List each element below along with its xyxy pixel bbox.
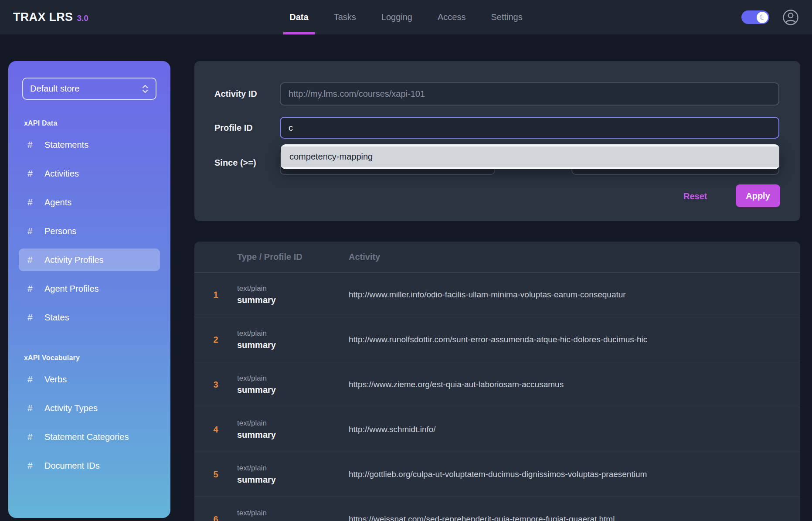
activity-url: http://gottlieb.org/culpa-ut-voluptatem-… bbox=[349, 470, 800, 479]
sidebar-item-states[interactable]: # States bbox=[19, 306, 160, 329]
section-title-xapi-data: xAPI Data bbox=[24, 119, 160, 127]
brand-version: 3.0 bbox=[77, 14, 88, 23]
moon-icon: ☾ bbox=[758, 13, 767, 22]
sidebar-item-document-ids[interactable]: # Document IDs bbox=[19, 454, 160, 477]
tab-logging-label: Logging bbox=[381, 12, 412, 22]
sidebar-item-verbs[interactable]: # Verbs bbox=[19, 368, 160, 391]
row-number: 1 bbox=[194, 290, 237, 300]
table-row[interactable]: 2 text/plain summary http://www.runolfsd… bbox=[194, 317, 800, 362]
table-row[interactable]: 5 text/plain summary http://gottlieb.org… bbox=[194, 452, 800, 497]
activity-id-label: Activity ID bbox=[214, 82, 257, 106]
sidebar-item-label: Statements bbox=[44, 140, 88, 150]
user-avatar-icon[interactable] bbox=[782, 9, 799, 26]
profile-id-autocomplete-dropdown: competency-mapping bbox=[281, 144, 779, 169]
activity-url: http://www.runolfsdottir.com/sunt-error-… bbox=[349, 335, 800, 344]
tab-tasks-label: Tasks bbox=[334, 12, 356, 22]
hash-icon: # bbox=[27, 374, 37, 385]
sidebar-item-statement-categories[interactable]: # Statement Categories bbox=[19, 426, 160, 448]
hash-icon: # bbox=[27, 403, 37, 413]
table-row[interactable]: 4 text/plain summary http://www.schmidt.… bbox=[194, 407, 800, 452]
toggle-knob: ☾ bbox=[757, 12, 768, 23]
active-tab-underline bbox=[283, 32, 315, 34]
app-window: TRAX LRS 3.0 Data Tasks Logging Access S… bbox=[0, 0, 812, 521]
filter-panel: Activity ID Profile ID Since (>=) compet… bbox=[194, 61, 800, 221]
row-number: 5 bbox=[194, 470, 237, 480]
hash-icon: # bbox=[27, 255, 37, 265]
type-profile-cell: text/plain summary bbox=[237, 509, 349, 521]
profile-id-input[interactable] bbox=[280, 117, 779, 139]
row-number: 2 bbox=[194, 335, 237, 345]
profile-id-value: summary bbox=[237, 340, 349, 350]
section-title-xapi-vocabulary: xAPI Vocabulary bbox=[24, 354, 160, 362]
tab-tasks[interactable]: Tasks bbox=[321, 0, 369, 34]
tab-logging[interactable]: Logging bbox=[369, 0, 425, 34]
activity-id-input[interactable] bbox=[280, 82, 779, 106]
store-selector-value: Default store bbox=[30, 84, 79, 94]
hash-icon: # bbox=[27, 432, 37, 442]
content-type: text/plain bbox=[237, 509, 349, 518]
hash-icon: # bbox=[27, 460, 37, 471]
tab-data[interactable]: Data bbox=[277, 0, 321, 34]
dark-mode-toggle[interactable]: ☾ bbox=[741, 10, 769, 24]
activity-url: http://www.miller.info/odio-facilis-ulla… bbox=[349, 290, 800, 300]
sidebar-item-activity-types[interactable]: # Activity Types bbox=[19, 397, 160, 419]
hash-icon: # bbox=[27, 197, 37, 208]
sidebar-item-statements[interactable]: # Statements bbox=[19, 133, 160, 156]
autocomplete-option-competency-mapping[interactable]: competency-mapping bbox=[281, 146, 779, 167]
type-profile-cell: text/plain summary bbox=[237, 284, 349, 305]
activity-url: http://www.schmidt.info/ bbox=[349, 425, 800, 434]
sidebar-item-label: Activity Profiles bbox=[44, 255, 104, 265]
brand-name: TRAX LRS bbox=[13, 10, 73, 24]
row-number: 6 bbox=[194, 514, 237, 521]
table-row[interactable]: 6 text/plain summary https://weissnat.co… bbox=[194, 497, 800, 521]
nav-right-controls: ☾ bbox=[741, 9, 799, 26]
content-type: text/plain bbox=[237, 374, 349, 383]
apply-button[interactable]: Apply bbox=[736, 184, 780, 207]
hash-icon: # bbox=[27, 283, 37, 294]
tab-settings-label: Settings bbox=[491, 12, 522, 22]
tab-settings[interactable]: Settings bbox=[478, 0, 535, 34]
results-table: Type / Profile ID Activity 1 text/plain … bbox=[194, 242, 800, 521]
top-nav: TRAX LRS 3.0 Data Tasks Logging Access S… bbox=[0, 0, 812, 34]
activity-url: https://weissnat.com/sed-reprehenderit-q… bbox=[349, 514, 800, 521]
sidebar-item-label: States bbox=[44, 313, 69, 323]
row-number: 4 bbox=[194, 425, 237, 435]
sidebar-item-label: Agents bbox=[44, 198, 71, 208]
type-profile-cell: text/plain summary bbox=[237, 464, 349, 485]
sidebar-item-activities[interactable]: # Activities bbox=[19, 162, 160, 185]
chevron-updown-icon bbox=[142, 84, 149, 94]
type-profile-cell: text/plain summary bbox=[237, 374, 349, 395]
profile-id-label: Profile ID bbox=[214, 117, 253, 139]
tab-access-label: Access bbox=[438, 12, 465, 22]
sidebar-item-label: Activities bbox=[44, 169, 79, 179]
tab-access[interactable]: Access bbox=[425, 0, 478, 34]
table-row[interactable]: 3 text/plain summary https://www.zieme.o… bbox=[194, 362, 800, 407]
activity-url: https://www.zieme.org/est-quia-aut-labor… bbox=[349, 380, 800, 389]
tab-data-label: Data bbox=[289, 12, 308, 22]
store-selector[interactable]: Default store bbox=[22, 78, 156, 100]
column-activity: Activity bbox=[349, 252, 800, 262]
sidebar-item-label: Agent Profiles bbox=[44, 284, 99, 294]
sidebar-item-label: Document IDs bbox=[44, 461, 100, 471]
hash-icon: # bbox=[27, 140, 37, 150]
hash-icon: # bbox=[27, 226, 37, 236]
content-type: text/plain bbox=[237, 329, 349, 338]
column-type-profile-id: Type / Profile ID bbox=[237, 252, 349, 262]
sidebar-item-activity-profiles[interactable]: # Activity Profiles bbox=[19, 249, 160, 271]
content-type: text/plain bbox=[237, 464, 349, 473]
table-row[interactable]: 1 text/plain summary http://www.miller.i… bbox=[194, 272, 800, 317]
hash-icon: # bbox=[27, 168, 37, 179]
sidebar-item-persons[interactable]: # Persons bbox=[19, 220, 160, 242]
reset-button[interactable]: Reset bbox=[677, 189, 713, 203]
sidebar-item-agents[interactable]: # Agents bbox=[19, 191, 160, 214]
hash-icon: # bbox=[27, 312, 37, 323]
row-number: 3 bbox=[194, 380, 237, 390]
type-profile-cell: text/plain summary bbox=[237, 329, 349, 350]
content-type: text/plain bbox=[237, 419, 349, 428]
table-header: Type / Profile ID Activity bbox=[194, 242, 800, 272]
sidebar-item-agent-profiles[interactable]: # Agent Profiles bbox=[19, 277, 160, 300]
sidebar-item-label: Activity Types bbox=[44, 403, 98, 413]
sidebar-item-label: Statement Categories bbox=[44, 432, 129, 442]
profile-id-value: summary bbox=[237, 385, 349, 395]
main-tabs: Data Tasks Logging Access Settings bbox=[277, 0, 535, 34]
